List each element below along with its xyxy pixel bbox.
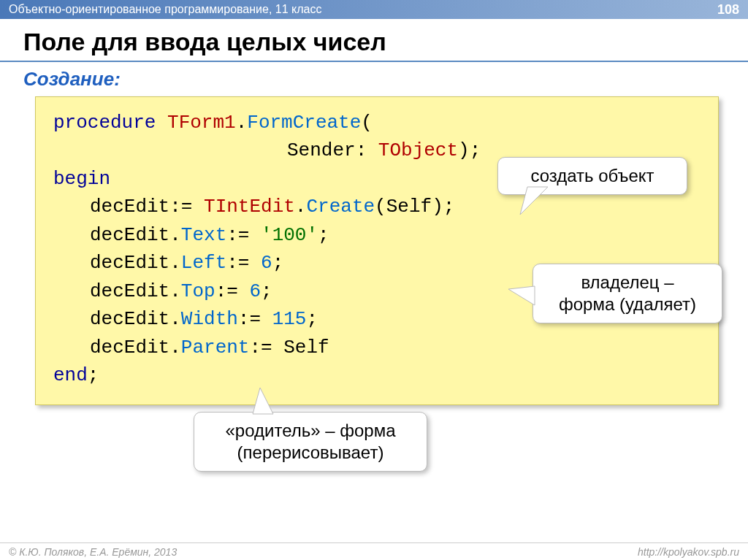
method-name: Create — [306, 196, 375, 218]
code-line: end; — [53, 361, 701, 389]
header-subject: Объектно-ориентированное программировани… — [9, 0, 321, 19]
property: Text — [181, 224, 226, 246]
property: Parent — [181, 337, 250, 358]
title-rule — [0, 61, 748, 62]
svg-marker-4 — [253, 388, 273, 414]
svg-marker-0 — [520, 187, 548, 215]
variable: decEdit — [90, 308, 169, 330]
code-block: procedure TForm1.FormCreate( Sender: TOb… — [35, 96, 719, 405]
variable: decEdit — [90, 224, 169, 246]
class-name: TIntEdit — [204, 196, 295, 218]
page-number: 108 — [717, 0, 739, 19]
callout-text: «родитель» – форма — [210, 420, 411, 442]
slide-header: Объектно-ориентированное программировани… — [0, 0, 748, 19]
code-line: decEdit.Parent:= Self — [53, 334, 701, 361]
keyword: end — [53, 364, 88, 386]
value: Self — [283, 337, 329, 358]
number-literal: 6 — [261, 252, 272, 274]
slide-footer: © К.Ю. Поляков, Е.А. Ерёмин, 2013 http:/… — [0, 542, 748, 560]
property: Left — [181, 252, 226, 274]
property: Top — [181, 280, 215, 302]
class-name: TForm1 — [167, 112, 236, 134]
slide-subtitle: Создание: — [0, 68, 748, 91]
callout-parent: «родитель» – форма (перерисовывает) — [194, 412, 427, 472]
callout-owner: владелец – форма (удаляет) — [533, 264, 722, 323]
footer-url: http://kpolyakov.spb.ru — [638, 546, 739, 558]
param: Sender — [287, 139, 356, 161]
callout-text: владелец – — [549, 272, 706, 294]
number-literal: 115 — [272, 308, 307, 330]
variable: decEdit — [90, 337, 169, 358]
number-literal: 6 — [249, 280, 261, 302]
slide-title: Поле для ввода целых чисел — [0, 19, 748, 59]
variable: decEdit — [90, 252, 169, 274]
callout-tail-icon — [527, 187, 564, 216]
callout-text: форма (удаляет) — [549, 294, 706, 315]
callout-text: создать объект — [530, 166, 654, 185]
variable: decEdit — [90, 196, 169, 218]
svg-marker-2 — [508, 286, 535, 305]
callout-text: (перерисовывает) — [210, 442, 411, 464]
string-literal: '100' — [261, 224, 318, 246]
callout-tail-icon — [513, 286, 542, 315]
method-name: FormCreate — [247, 112, 361, 134]
code-line: decEdit:= TIntEdit.Create(Self); — [53, 193, 701, 220]
callout-create-object: создать объект — [497, 157, 687, 195]
keyword: procedure — [53, 112, 156, 134]
footer-copyright: © К.Ю. Поляков, Е.А. Ерёмин, 2013 — [9, 546, 177, 558]
code-line: procedure TForm1.FormCreate( — [53, 109, 701, 137]
property: Width — [181, 308, 238, 330]
code-line: decEdit.Text:= '100'; — [53, 221, 701, 249]
class-name: TObject — [378, 139, 458, 161]
variable: decEdit — [90, 280, 169, 302]
keyword: begin — [53, 168, 110, 190]
arg: Self — [386, 196, 432, 218]
callout-tail-icon — [253, 392, 289, 418]
